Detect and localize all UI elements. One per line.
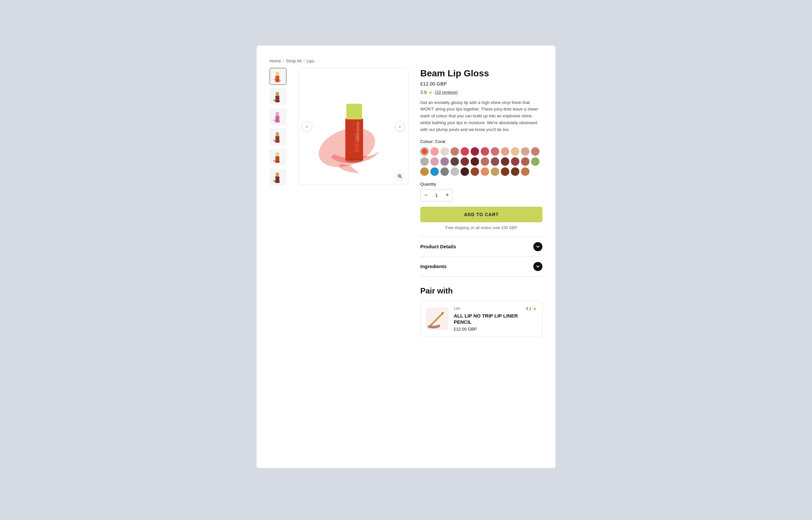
svg-line-25 — [431, 313, 443, 325]
thumbnail-list — [270, 68, 286, 337]
rating-value: 3.9 — [420, 90, 426, 95]
quantity-value: 1 — [431, 193, 442, 198]
pair-card[interactable]: Lips 4.1 ★ ALL LIP NO TRIP LIP LINER PEN… — [420, 301, 542, 337]
pair-card-thumbnail — [426, 308, 449, 330]
svg-rect-9 — [276, 152, 279, 157]
colour-swatch[interactable] — [460, 147, 469, 156]
svg-rect-18 — [347, 104, 362, 119]
colour-swatch[interactable] — [521, 167, 529, 176]
colour-swatch[interactable] — [430, 167, 439, 176]
colour-swatch[interactable] — [471, 167, 479, 176]
product-info: Beam Lip Gloss £12.00 GBP 3.9 ★ (10 revi… — [420, 68, 542, 337]
reviews-link[interactable]: (10 reviews) — [435, 90, 458, 95]
colour-swatch[interactable] — [460, 157, 469, 166]
breadcrumb-shop-all[interactable]: Shop All — [286, 58, 301, 63]
accordion-ingredients-label: Ingredients — [420, 264, 447, 269]
colour-swatch[interactable] — [531, 147, 539, 156]
svg-point-20 — [345, 158, 363, 163]
colour-swatch[interactable] — [460, 167, 469, 176]
colour-swatch[interactable] — [420, 147, 429, 156]
colour-swatch[interactable] — [471, 157, 479, 166]
prev-button[interactable]: ‹ — [302, 121, 312, 132]
svg-rect-3 — [276, 92, 279, 97]
colour-swatch[interactable] — [450, 147, 459, 156]
colour-swatch[interactable] — [511, 147, 520, 156]
pair-card-name: ALL LIP NO TRIP LIP LINER PENCIL — [454, 313, 537, 325]
colour-swatch[interactable] — [511, 167, 520, 176]
colour-swatch[interactable] — [441, 167, 449, 176]
quantity-label: Quantity — [420, 182, 542, 186]
thumbnail-item[interactable] — [270, 88, 286, 105]
colour-swatch[interactable] — [501, 147, 509, 156]
colour-swatches — [420, 147, 542, 176]
svg-rect-0 — [276, 72, 279, 76]
colour-swatch[interactable] — [491, 147, 499, 156]
colour-swatch[interactable] — [420, 167, 429, 176]
colour-swatch[interactable] — [430, 157, 439, 166]
colour-swatch[interactable] — [481, 157, 489, 166]
colour-swatch[interactable] — [430, 147, 439, 156]
thumbnail-item[interactable] — [270, 68, 286, 85]
accordion-product-details-icon — [533, 242, 542, 251]
colour-swatch[interactable] — [450, 157, 459, 166]
svg-rect-5 — [276, 112, 279, 117]
colour-swatch[interactable] — [501, 167, 509, 176]
pair-with-section: Pair with Lips — [420, 286, 542, 337]
svg-rect-7 — [276, 132, 279, 137]
accordion-ingredients-icon — [533, 262, 542, 271]
quantity-control: − 1 + — [420, 189, 453, 202]
pair-card-rating: 4.1 ★ — [526, 306, 537, 311]
star-icon: ★ — [428, 90, 432, 95]
pair-with-title: Pair with — [420, 286, 542, 295]
thumbnail-item[interactable] — [270, 149, 286, 165]
rating-row: 3.9 ★ (10 reviews) — [420, 90, 542, 95]
colour-label: Colour: Coral — [420, 139, 542, 144]
colour-swatch[interactable] — [481, 147, 489, 156]
svg-rect-11 — [276, 173, 279, 177]
breadcrumb-home[interactable]: Home — [270, 58, 281, 63]
colour-swatch[interactable] — [531, 157, 539, 166]
quantity-plus-button[interactable]: + — [442, 189, 452, 201]
accordion-product-details-label: Product Details — [420, 244, 456, 249]
quantity-minus-button[interactable]: − — [421, 189, 431, 201]
thumbnail-item[interactable] — [270, 108, 286, 125]
accordion-product-details: Product Details — [420, 237, 542, 256]
breadcrumb-category[interactable]: Lips — [307, 58, 314, 63]
main-image-section: ‹ beam — [298, 68, 409, 337]
colour-swatch[interactable] — [521, 157, 529, 166]
colour-swatch[interactable] — [521, 147, 529, 156]
accordion-product-details-header[interactable]: Product Details — [420, 242, 542, 251]
thumbnail-item[interactable] — [270, 128, 286, 145]
colour-swatch[interactable] — [491, 157, 499, 166]
shipping-note: Free shipping on all orders over £35 GBP — [420, 226, 542, 230]
zoom-button[interactable] — [395, 172, 404, 181]
product-description: Get an enviably glossy lip with a high s… — [420, 100, 542, 133]
next-button[interactable]: › — [395, 121, 405, 132]
colour-swatch[interactable] — [441, 157, 449, 166]
svg-rect-19 — [357, 122, 359, 141]
colour-swatch[interactable] — [491, 167, 499, 176]
pair-star-icon: ★ — [533, 306, 537, 311]
main-image-box: ‹ beam — [298, 68, 409, 185]
colour-swatch[interactable] — [441, 147, 449, 156]
svg-line-22 — [401, 177, 402, 178]
accordion-ingredients-header[interactable]: Ingredients — [420, 262, 542, 271]
pair-card-price: £12.00 GBP — [454, 327, 537, 332]
add-to-cart-button[interactable]: ADD TO CART — [420, 207, 542, 222]
breadcrumb: Home / Shop All / Lips — [270, 58, 542, 63]
accordion-list: Product Details Ingredients — [420, 237, 542, 277]
svg-text:beam: beam — [353, 133, 361, 152]
colour-swatch[interactable] — [471, 147, 479, 156]
accordion-ingredients: Ingredients — [420, 256, 542, 277]
product-title: Beam Lip Gloss — [420, 68, 542, 79]
colour-swatch[interactable] — [511, 157, 520, 166]
colour-swatch[interactable] — [481, 167, 489, 176]
product-price: £12.00 GBP — [420, 81, 542, 86]
thumbnail-item[interactable] — [270, 169, 286, 186]
pair-card-category: Lips — [454, 306, 460, 310]
colour-swatch[interactable] — [450, 167, 459, 176]
pair-card-info: Lips 4.1 ★ ALL LIP NO TRIP LIP LINER PEN… — [454, 306, 537, 332]
colour-swatch[interactable] — [501, 157, 509, 166]
product-image: beam — [311, 79, 396, 174]
colour-swatch[interactable] — [420, 157, 429, 166]
